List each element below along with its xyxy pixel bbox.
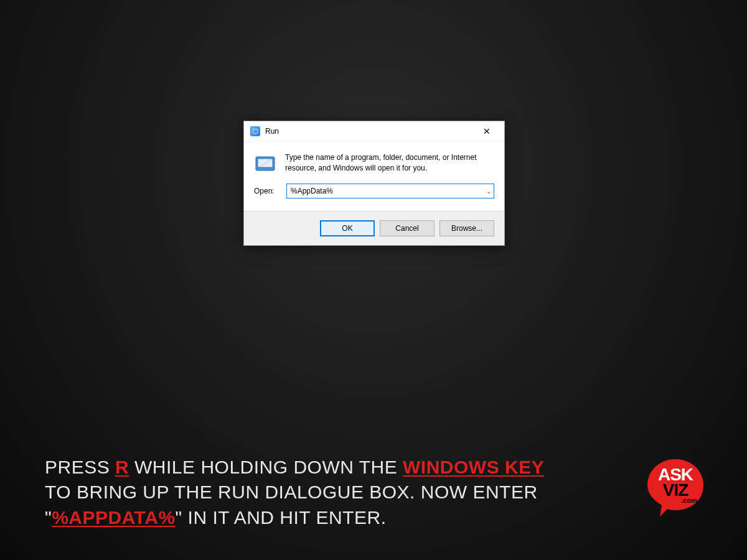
open-row: Open: ⌄ — [254, 184, 494, 198]
caption-text: WHILE HOLDING DOWN THE — [129, 457, 403, 477]
chevron-down-icon: ⌄ — [486, 188, 491, 195]
ok-button[interactable]: OK — [320, 220, 375, 236]
logo-line2: VIZ — [641, 482, 710, 498]
caption-highlight-appdata: %APPDATA% — [52, 507, 175, 528]
caption-text: " IN IT AND HIT ENTER. — [176, 507, 387, 528]
description-text: Type the name of a program, folder, docu… — [285, 152, 484, 174]
caption-highlight-winkey: WINDOWS KEY — [403, 457, 544, 477]
open-combobox[interactable]: ⌄ — [286, 184, 494, 198]
cancel-button[interactable]: Cancel — [380, 220, 435, 236]
instruction-caption: PRESS R WHILE HOLDING DOWN THE WINDOWS K… — [45, 455, 555, 531]
askviz-logo: ASK VIZ .com — [641, 454, 710, 523]
titlebar[interactable]: Run ✕ — [244, 121, 504, 141]
caption-text: PRESS — [45, 457, 115, 477]
browse-button[interactable]: Browse... — [439, 220, 494, 236]
caption-highlight-r: R — [115, 457, 129, 477]
dialog-footer: OK Cancel Browse... — [244, 211, 504, 245]
close-icon[interactable]: ✕ — [474, 123, 499, 140]
window-title: Run — [265, 127, 474, 136]
open-input[interactable] — [291, 187, 479, 195]
description-row: Type the name of a program, folder, docu… — [254, 152, 494, 175]
run-icon — [250, 126, 260, 136]
open-label: Open: — [254, 187, 279, 195]
dialog-body: Type the name of a program, folder, docu… — [244, 141, 504, 211]
run-large-icon — [254, 152, 276, 175]
run-dialog: Run ✕ Type the name of a program, folder… — [243, 121, 505, 246]
